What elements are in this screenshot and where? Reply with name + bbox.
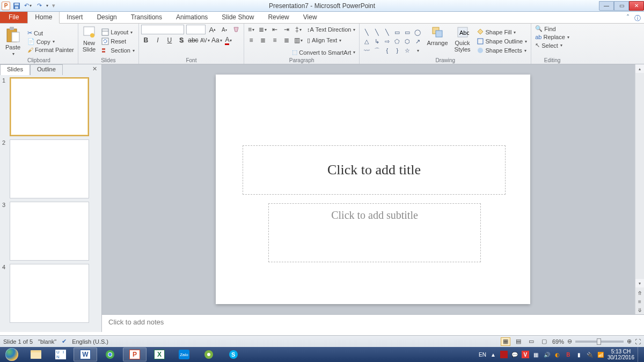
char-spacing-button[interactable]: AV▾	[200, 35, 210, 45]
select-button[interactable]: ↖Select▾	[533, 41, 571, 49]
slide[interactable]: Click to add title Click to add subtitle	[216, 75, 530, 304]
shape-effects-button[interactable]: Shape Effects▾	[475, 46, 529, 55]
notes-pane[interactable]: Click to add notes	[102, 314, 644, 332]
quick-styles-button[interactable]: Abc Quick Styles	[452, 25, 473, 58]
tab-animations[interactable]: Animations	[169, 12, 215, 23]
italic-button[interactable]: I	[153, 35, 163, 45]
tab-transitions[interactable]: Transitions	[124, 12, 169, 23]
decrease-indent-button[interactable]: ⇤	[270, 25, 280, 34]
line-spacing-button[interactable]: ‡▾	[294, 25, 303, 34]
sorter-view-button[interactable]: ▤	[514, 337, 523, 346]
fit-to-window-button[interactable]: ⛶	[635, 338, 641, 345]
tray-battery-icon[interactable]: ▮	[575, 351, 583, 358]
reset-button[interactable]: Reset	[100, 37, 136, 46]
prev-slide-button[interactable]: ⤊	[635, 289, 644, 297]
shape-fill-button[interactable]: Shape Fill▾	[475, 28, 529, 36]
shapes-gallery[interactable]: ╲╲╲▭▭◯ △↳⇨⬠⬡↗ 〰⌒{}☆▾	[362, 28, 422, 55]
redo-icon[interactable]: ↷	[34, 1, 44, 11]
tab-insert[interactable]: Insert	[60, 12, 90, 23]
reading-view-button[interactable]: ▭	[526, 337, 536, 346]
text-direction-button[interactable]: ↕AText Direction▾	[305, 26, 357, 33]
slideshow-view-button[interactable]: ▢	[539, 337, 549, 346]
tray-power-icon[interactable]: 🔌	[586, 351, 594, 358]
cut-button[interactable]: ✂Cut	[26, 29, 76, 37]
tray-flag-icon[interactable]: ▲	[489, 351, 497, 358]
language-label[interactable]: English (U.S.)	[72, 338, 108, 345]
bullets-button[interactable]: ≡▾	[246, 25, 256, 34]
normal-view-button[interactable]: ▦	[501, 337, 510, 346]
panel-tab-slides[interactable]: Slides	[0, 64, 30, 75]
tray-volume-icon[interactable]: 🔊	[543, 351, 551, 358]
clear-format-button[interactable]	[231, 25, 241, 34]
increase-indent-button[interactable]: ⇥	[282, 25, 291, 34]
bold-button[interactable]: B	[141, 35, 151, 45]
font-color-button[interactable]: A▾	[224, 35, 233, 45]
find-button[interactable]: 🔍Find	[533, 25, 571, 33]
tb-word-icon[interactable]: W	[74, 348, 97, 361]
numbering-button[interactable]: ≣▾	[258, 25, 268, 34]
tb-unikey-icon[interactable]: UIN	[49, 348, 72, 361]
zoom-in-button[interactable]: ⊕	[627, 338, 632, 345]
save-icon[interactable]	[12, 1, 21, 11]
tb-excel-icon[interactable]: X	[148, 348, 171, 361]
maximize-button[interactable]: ▭	[614, 1, 629, 11]
panel-tab-outline[interactable]: Outline	[30, 64, 63, 75]
minimize-button[interactable]: —	[599, 1, 614, 11]
align-right-button[interactable]: ≡	[270, 35, 280, 45]
convert-smartart-button[interactable]: ⬚Convert to SmartArt▾	[290, 48, 357, 56]
next-slide-button[interactable]: ⤋	[635, 306, 644, 314]
tb-zalo-icon[interactable]: Zalo	[172, 348, 196, 361]
format-painter-button[interactable]: 🖌Format Painter	[26, 46, 76, 54]
layout-button[interactable]: Layout▾	[100, 28, 136, 36]
tab-design[interactable]: Design	[90, 12, 123, 23]
replace-button[interactable]: abReplace▾	[533, 33, 571, 41]
tray-app-icon[interactable]: ▦	[532, 351, 540, 358]
zoom-slider[interactable]	[575, 341, 624, 343]
qat-dropdown-icon[interactable]: ▾	[46, 3, 48, 8]
thumbnail[interactable]: 3	[2, 202, 101, 261]
tb-coccoc-icon[interactable]	[197, 348, 221, 361]
tray-chat-icon[interactable]: 💬	[511, 351, 518, 358]
new-slide-button[interactable]: New Slide	[80, 25, 98, 58]
tb-powerpoint-icon[interactable]: P	[123, 348, 147, 361]
tab-view[interactable]: View	[296, 12, 324, 23]
tab-slide-show[interactable]: Slide Show	[215, 12, 261, 23]
section-button[interactable]: Section▾	[100, 46, 136, 55]
font-size-combo[interactable]	[186, 25, 206, 34]
app-icon[interactable]: P	[2, 2, 10, 10]
tab-review[interactable]: Review	[261, 12, 296, 23]
tray-b-icon[interactable]: B	[565, 351, 572, 358]
panel-close-button[interactable]: ✕	[90, 64, 99, 75]
underline-button[interactable]: U	[165, 35, 174, 45]
tray-v-icon[interactable]: V	[522, 351, 529, 358]
align-center-button[interactable]: ≣	[258, 35, 268, 45]
tb-chrome-icon[interactable]	[98, 348, 122, 361]
shadow-button[interactable]: S	[177, 35, 186, 45]
tb-explorer-icon[interactable]	[24, 348, 48, 361]
title-placeholder[interactable]: Click to add title	[243, 145, 506, 195]
thumbnail[interactable]: 1	[2, 77, 101, 136]
tab-file[interactable]: File	[0, 12, 27, 23]
tb-skype-icon[interactable]: S	[222, 348, 245, 361]
tray-clock[interactable]: 5:13 CH 30/12/2016	[608, 349, 634, 360]
spellcheck-icon[interactable]: ✔	[62, 338, 67, 345]
tab-home[interactable]: Home	[27, 11, 60, 24]
minimize-ribbon-icon[interactable]: ˆ	[627, 14, 629, 23]
undo-icon[interactable]: ↶▾	[23, 1, 33, 11]
show-desktop-button[interactable]	[638, 347, 642, 362]
canvas-scrollbar[interactable]: ▴ ▾ ⤊ ≡ ⤋	[635, 64, 644, 314]
arrange-button[interactable]: Arrange	[425, 25, 450, 58]
thumbnail[interactable]: 4	[2, 264, 101, 323]
columns-button[interactable]: ▥▾	[294, 35, 303, 45]
align-justify-button[interactable]: ≣	[282, 35, 291, 45]
font-family-combo[interactable]	[141, 25, 184, 34]
shape-outline-button[interactable]: Shape Outline▾	[475, 37, 529, 46]
paste-button[interactable]: Paste ▾	[2, 25, 24, 58]
zoom-out-button[interactable]: ⊖	[567, 338, 572, 345]
copy-button[interactable]: 📄Copy▾	[26, 38, 76, 46]
grow-font-button[interactable]: A▴	[208, 25, 217, 34]
align-left-button[interactable]: ≡	[246, 35, 256, 45]
close-button[interactable]: ✕	[629, 1, 644, 11]
thumbnail[interactable]: 2	[2, 139, 101, 198]
help-icon[interactable]: ⓘ	[634, 14, 641, 23]
